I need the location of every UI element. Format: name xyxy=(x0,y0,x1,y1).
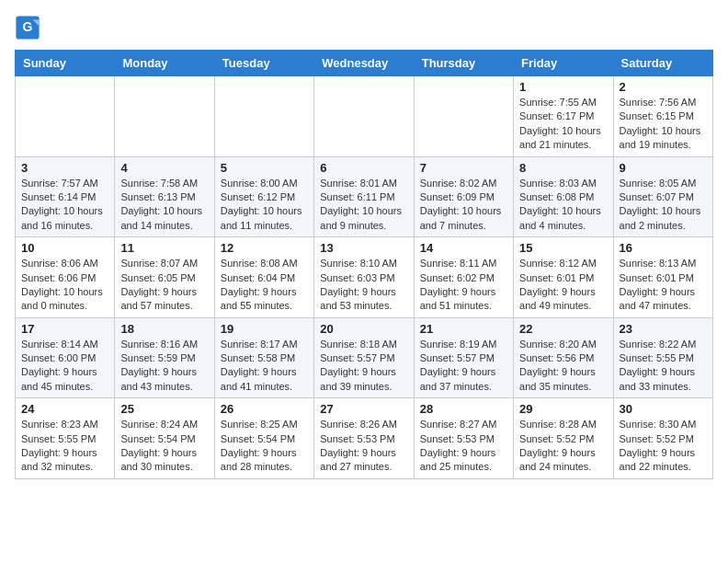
calendar-cell xyxy=(214,76,313,157)
week-row-5: 24Sunrise: 8:23 AM Sunset: 5:55 PM Dayli… xyxy=(16,398,713,479)
calendar-cell: 26Sunrise: 8:25 AM Sunset: 5:54 PM Dayli… xyxy=(214,398,313,479)
calendar-cell xyxy=(16,76,115,157)
day-info: Sunrise: 7:56 AM Sunset: 6:15 PM Dayligh… xyxy=(620,96,707,153)
calendar-cell: 11Sunrise: 8:07 AM Sunset: 6:05 PM Dayli… xyxy=(115,237,214,318)
calendar-cell: 9Sunrise: 8:05 AM Sunset: 6:07 PM Daylig… xyxy=(613,156,712,237)
calendar-cell: 23Sunrise: 8:22 AM Sunset: 5:55 PM Dayli… xyxy=(613,317,712,398)
day-number: 28 xyxy=(420,402,507,416)
day-info: Sunrise: 8:11 AM Sunset: 6:02 PM Dayligh… xyxy=(420,257,507,314)
day-number: 6 xyxy=(320,161,407,175)
week-row-3: 10Sunrise: 8:06 AM Sunset: 6:06 PM Dayli… xyxy=(16,237,713,318)
day-number: 26 xyxy=(221,402,308,416)
day-number: 13 xyxy=(320,241,407,255)
week-row-1: 1Sunrise: 7:55 AM Sunset: 6:17 PM Daylig… xyxy=(16,76,713,157)
day-info: Sunrise: 8:00 AM Sunset: 6:12 PM Dayligh… xyxy=(221,177,308,234)
day-number: 24 xyxy=(21,402,108,416)
calendar-cell: 17Sunrise: 8:14 AM Sunset: 6:00 PM Dayli… xyxy=(16,317,115,398)
day-info: Sunrise: 8:19 AM Sunset: 5:57 PM Dayligh… xyxy=(420,338,507,395)
calendar-cell: 22Sunrise: 8:20 AM Sunset: 5:56 PM Dayli… xyxy=(514,317,613,398)
day-header-saturday: Saturday xyxy=(613,51,712,76)
day-number: 15 xyxy=(519,241,607,255)
day-number: 25 xyxy=(120,402,208,416)
calendar-cell: 27Sunrise: 8:26 AM Sunset: 5:53 PM Dayli… xyxy=(314,398,414,479)
day-header-tuesday: Tuesday xyxy=(214,51,313,76)
day-info: Sunrise: 8:18 AM Sunset: 5:57 PM Dayligh… xyxy=(320,338,407,395)
day-info: Sunrise: 8:10 AM Sunset: 6:03 PM Dayligh… xyxy=(320,257,407,314)
calendar-header-row: SundayMondayTuesdayWednesdayThursdayFrid… xyxy=(16,51,713,76)
calendar-cell: 15Sunrise: 8:12 AM Sunset: 6:01 PM Dayli… xyxy=(514,237,613,318)
day-info: Sunrise: 8:25 AM Sunset: 5:54 PM Dayligh… xyxy=(221,418,308,475)
day-info: Sunrise: 8:05 AM Sunset: 6:07 PM Dayligh… xyxy=(620,177,707,234)
logo: G xyxy=(15,15,46,40)
day-info: Sunrise: 8:30 AM Sunset: 5:52 PM Dayligh… xyxy=(620,418,707,475)
day-info: Sunrise: 8:24 AM Sunset: 5:54 PM Dayligh… xyxy=(120,418,208,475)
calendar-cell: 25Sunrise: 8:24 AM Sunset: 5:54 PM Dayli… xyxy=(115,398,214,479)
day-number: 4 xyxy=(120,161,208,175)
calendar-cell: 16Sunrise: 8:13 AM Sunset: 6:01 PM Dayli… xyxy=(613,237,712,318)
day-number: 30 xyxy=(620,402,707,416)
day-number: 2 xyxy=(620,80,707,94)
calendar-cell: 14Sunrise: 8:11 AM Sunset: 6:02 PM Dayli… xyxy=(414,237,513,318)
day-number: 11 xyxy=(120,241,208,255)
day-number: 1 xyxy=(519,80,607,94)
calendar-cell: 1Sunrise: 7:55 AM Sunset: 6:17 PM Daylig… xyxy=(514,76,613,157)
calendar-cell: 20Sunrise: 8:18 AM Sunset: 5:57 PM Dayli… xyxy=(314,317,414,398)
calendar-cell: 3Sunrise: 7:57 AM Sunset: 6:14 PM Daylig… xyxy=(16,156,115,237)
day-number: 18 xyxy=(120,322,208,336)
day-info: Sunrise: 8:17 AM Sunset: 5:58 PM Dayligh… xyxy=(221,338,308,395)
calendar-cell: 21Sunrise: 8:19 AM Sunset: 5:57 PM Dayli… xyxy=(414,317,513,398)
day-number: 7 xyxy=(420,161,507,175)
calendar-cell: 12Sunrise: 8:08 AM Sunset: 6:04 PM Dayli… xyxy=(214,237,313,318)
day-info: Sunrise: 8:06 AM Sunset: 6:06 PM Dayligh… xyxy=(21,257,108,314)
calendar-cell: 2Sunrise: 7:56 AM Sunset: 6:15 PM Daylig… xyxy=(613,76,712,157)
week-row-2: 3Sunrise: 7:57 AM Sunset: 6:14 PM Daylig… xyxy=(16,156,713,237)
day-info: Sunrise: 8:22 AM Sunset: 5:55 PM Dayligh… xyxy=(620,338,707,395)
day-number: 19 xyxy=(221,322,308,336)
calendar-cell: 30Sunrise: 8:30 AM Sunset: 5:52 PM Dayli… xyxy=(613,398,712,479)
day-number: 8 xyxy=(519,161,607,175)
day-info: Sunrise: 8:02 AM Sunset: 6:09 PM Dayligh… xyxy=(420,177,507,234)
calendar-cell xyxy=(414,76,513,157)
day-info: Sunrise: 8:20 AM Sunset: 5:56 PM Dayligh… xyxy=(519,338,607,395)
calendar-cell xyxy=(115,76,214,157)
day-number: 20 xyxy=(320,322,407,336)
calendar-cell: 28Sunrise: 8:27 AM Sunset: 5:53 PM Dayli… xyxy=(414,398,513,479)
calendar-cell xyxy=(314,76,414,157)
calendar-cell: 19Sunrise: 8:17 AM Sunset: 5:58 PM Dayli… xyxy=(214,317,313,398)
day-header-thursday: Thursday xyxy=(414,51,513,76)
day-info: Sunrise: 8:03 AM Sunset: 6:08 PM Dayligh… xyxy=(519,177,607,234)
logo-icon: G xyxy=(15,15,40,40)
day-info: Sunrise: 8:01 AM Sunset: 6:11 PM Dayligh… xyxy=(320,177,407,234)
day-number: 3 xyxy=(21,161,108,175)
day-info: Sunrise: 8:28 AM Sunset: 5:52 PM Dayligh… xyxy=(519,418,607,475)
day-info: Sunrise: 8:16 AM Sunset: 5:59 PM Dayligh… xyxy=(120,338,208,395)
day-header-sunday: Sunday xyxy=(16,51,115,76)
calendar-table: SundayMondayTuesdayWednesdayThursdayFrid… xyxy=(15,50,713,479)
day-info: Sunrise: 8:26 AM Sunset: 5:53 PM Dayligh… xyxy=(320,418,407,475)
calendar-cell: 4Sunrise: 7:58 AM Sunset: 6:13 PM Daylig… xyxy=(115,156,214,237)
day-header-wednesday: Wednesday xyxy=(314,51,414,76)
day-info: Sunrise: 8:08 AM Sunset: 6:04 PM Dayligh… xyxy=(221,257,308,314)
day-info: Sunrise: 7:55 AM Sunset: 6:17 PM Dayligh… xyxy=(519,96,607,153)
calendar-cell: 29Sunrise: 8:28 AM Sunset: 5:52 PM Dayli… xyxy=(514,398,613,479)
calendar-body: 1Sunrise: 7:55 AM Sunset: 6:17 PM Daylig… xyxy=(16,76,713,479)
day-number: 14 xyxy=(420,241,507,255)
day-info: Sunrise: 7:57 AM Sunset: 6:14 PM Dayligh… xyxy=(21,177,108,234)
day-header-monday: Monday xyxy=(115,51,214,76)
day-number: 21 xyxy=(420,322,507,336)
calendar-cell: 7Sunrise: 8:02 AM Sunset: 6:09 PM Daylig… xyxy=(414,156,513,237)
calendar-cell: 13Sunrise: 8:10 AM Sunset: 6:03 PM Dayli… xyxy=(314,237,414,318)
week-row-4: 17Sunrise: 8:14 AM Sunset: 6:00 PM Dayli… xyxy=(16,317,713,398)
day-number: 27 xyxy=(320,402,407,416)
day-number: 12 xyxy=(221,241,308,255)
day-info: Sunrise: 8:14 AM Sunset: 6:00 PM Dayligh… xyxy=(21,338,108,395)
day-number: 23 xyxy=(620,322,707,336)
day-info: Sunrise: 8:07 AM Sunset: 6:05 PM Dayligh… xyxy=(120,257,208,314)
day-number: 17 xyxy=(21,322,108,336)
calendar-cell: 6Sunrise: 8:01 AM Sunset: 6:11 PM Daylig… xyxy=(314,156,414,237)
calendar-cell: 8Sunrise: 8:03 AM Sunset: 6:08 PM Daylig… xyxy=(514,156,613,237)
calendar-cell: 5Sunrise: 8:00 AM Sunset: 6:12 PM Daylig… xyxy=(214,156,313,237)
calendar-cell: 24Sunrise: 8:23 AM Sunset: 5:55 PM Dayli… xyxy=(16,398,115,479)
day-info: Sunrise: 8:12 AM Sunset: 6:01 PM Dayligh… xyxy=(519,257,607,314)
day-info: Sunrise: 8:27 AM Sunset: 5:53 PM Dayligh… xyxy=(420,418,507,475)
